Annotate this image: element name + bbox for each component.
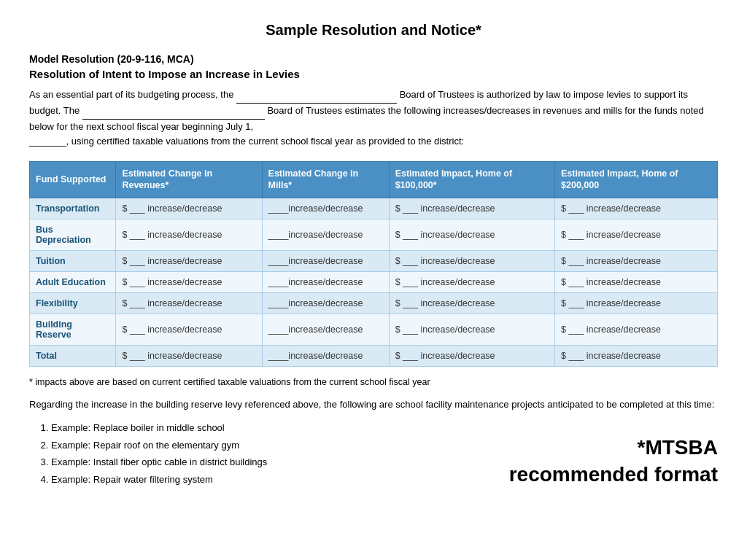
estimated-impact-100k: $ ___ increase/decrease [389, 198, 554, 219]
estimated-change-revenues: $ ___ increase/decrease [116, 198, 262, 219]
estimated-change-revenues: $ ___ increase/decrease [116, 271, 262, 292]
estimated-change-mills: ____increase/decrease [262, 345, 389, 366]
estimated-impact-200k: $ ___ increase/decrease [555, 271, 718, 292]
fund-label: Flexibility [30, 292, 116, 314]
col-header-revenues: Estimated Change in Revenues* [116, 162, 262, 198]
estimated-change-mills: ____increase/decrease [262, 314, 389, 345]
estimated-change-mills: ____increase/decrease [262, 271, 389, 292]
estimated-impact-100k: $ ___ increase/decrease [389, 292, 554, 314]
subtitle2: Resolution of Intent to Impose an Increa… [29, 68, 718, 80]
list-item: Example: Install fiber optic cable in di… [51, 454, 480, 470]
estimated-impact-200k: $ ___ increase/decrease [555, 292, 718, 314]
estimated-impact-200k: $ ___ increase/decrease [555, 198, 718, 219]
fund-label: Transportation [30, 198, 116, 219]
col-header-impact100: Estimated Impact, Home of $100,000* [389, 162, 554, 198]
estimated-impact-200k: $ ___ increase/decrease [555, 250, 718, 271]
col-header-mills: Estimated Change in Mills* [262, 162, 389, 198]
estimated-change-revenues: $ ___ increase/decrease [116, 250, 262, 271]
mtsba-note: *MTSBArecommended format [509, 435, 718, 488]
estimated-change-revenues: $ ___ increase/decrease [116, 219, 262, 250]
building-reserve-text: Regarding the increase in the building r… [29, 397, 718, 413]
intro-text: As an essential part of its budgeting pr… [29, 88, 718, 149]
fund-label: Total [30, 345, 116, 366]
subtitle1: Model Resolution (20-9-116, MCA) [29, 53, 718, 65]
list-item: Example: Repair water filtering system [51, 471, 480, 488]
fund-label: Tuition [30, 250, 116, 271]
estimated-impact-100k: $ ___ increase/decrease [389, 219, 554, 250]
estimated-impact-100k: $ ___ increase/decrease [389, 314, 554, 345]
estimated-change-mills: ____increase/decrease [262, 292, 389, 314]
estimated-change-revenues: $ ___ increase/decrease [116, 314, 262, 345]
list-item: Example: Replace boiler in middle school [51, 419, 480, 436]
estimated-impact-200k: $ ___ increase/decrease [555, 219, 718, 250]
estimated-impact-100k: $ ___ increase/decrease [389, 250, 554, 271]
page-title: Sample Resolution and Notice* [29, 22, 718, 39]
estimated-change-mills: ____increase/decrease [262, 250, 389, 271]
col-header-impact200: Estimated Impact, Home of $200,000 [555, 162, 718, 198]
estimated-impact-200k: $ ___ increase/decrease [555, 314, 718, 345]
list-item: Example: Repair roof on the elementary g… [51, 437, 480, 454]
fund-label: Adult Education [30, 271, 116, 292]
table-row: Bus Depreciation$ ___ increase/decrease_… [30, 219, 718, 250]
table-row: Transportation$ ___ increase/decrease___… [30, 198, 718, 219]
estimated-impact-200k: $ ___ increase/decrease [555, 345, 718, 366]
fund-label: Building Reserve [30, 314, 116, 345]
table-row: Total$ ___ increase/decrease____increase… [30, 345, 718, 366]
bottom-section: Example: Replace boiler in middle school… [29, 419, 718, 488]
estimated-change-revenues: $ ___ increase/decrease [116, 292, 262, 314]
footnote: * impacts above are based on current cer… [29, 377, 718, 387]
estimated-change-mills: ____increase/decrease [262, 198, 389, 219]
estimated-impact-100k: $ ___ increase/decrease [389, 271, 554, 292]
estimated-impact-100k: $ ___ increase/decrease [389, 345, 554, 366]
fund-label: Bus Depreciation [30, 219, 116, 250]
table-row: Adult Education$ ___ increase/decrease__… [30, 271, 718, 292]
col-header-fund: Fund Supported [30, 162, 116, 198]
levy-table: Fund Supported Estimated Change in Reven… [29, 161, 718, 367]
estimated-change-revenues: $ ___ increase/decrease [116, 345, 262, 366]
table-row: Tuition$ ___ increase/decrease____increa… [30, 250, 718, 271]
estimated-change-mills: ____increase/decrease [262, 219, 389, 250]
examples-list: Example: Replace boiler in middle school… [29, 419, 480, 488]
table-row: Flexibility$ ___ increase/decrease____in… [30, 292, 718, 314]
table-row: Building Reserve$ ___ increase/decrease_… [30, 314, 718, 345]
